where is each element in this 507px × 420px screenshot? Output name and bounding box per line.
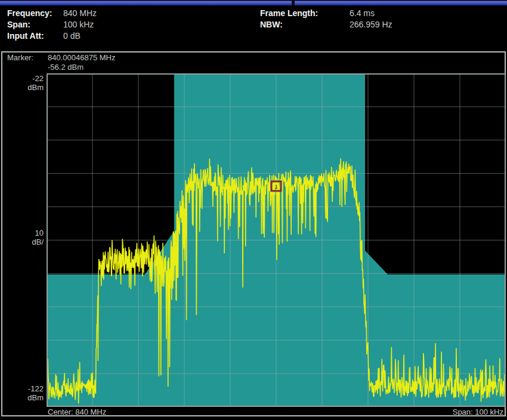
marker-label: Marker:	[7, 53, 33, 63]
marker-freq-value: 840.00046875 MHz	[48, 53, 115, 63]
y-axis-bottom-label: -122dBm	[5, 384, 44, 402]
span-value: 100 kHz	[63, 19, 94, 30]
marker-level-value: -56.2 dBm	[48, 63, 84, 72]
span-annotation: Span: 100 kHz	[453, 408, 503, 416]
nbw-value: 266.959 Hz	[350, 19, 392, 30]
nbw-label: NBW:	[260, 19, 283, 30]
frame-length-value: 6.4 ms	[350, 8, 375, 18]
frequency-label: Frequency:	[7, 8, 52, 18]
marker-1-number: 1	[274, 184, 277, 190]
titlebar-divider	[292, 0, 295, 5]
analyzer-screen: Frequency: 840 MHz Span: 100 kHz Input A…	[0, 0, 507, 420]
frame-length-label: Frame Length:	[260, 8, 318, 18]
titlebar	[0, 0, 507, 5]
input-att-value: 0 dB	[63, 30, 81, 41]
frequency-value: 840 MHz	[63, 8, 97, 18]
span-label: Span:	[7, 19, 30, 30]
y-axis-ref-level-label: -22dBm	[5, 74, 44, 92]
y-axis-scale-label: 10dB/	[5, 228, 44, 246]
input-att-label: Input Att:	[7, 30, 44, 41]
center-frequency-annotation: Center: 840 MHz	[48, 408, 106, 416]
spectrum-plot: 1	[47, 73, 506, 407]
